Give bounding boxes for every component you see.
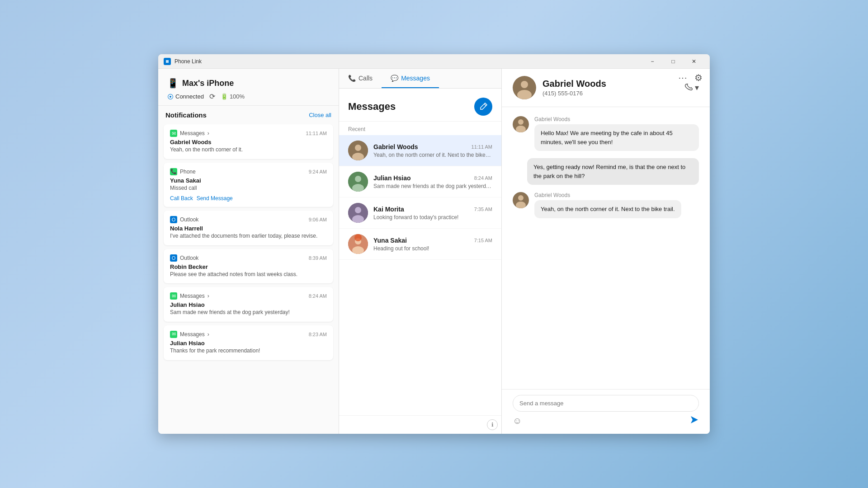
app-title: Phone Link bbox=[175, 58, 202, 65]
app-icon bbox=[164, 58, 171, 65]
notification-text: Missed call bbox=[170, 185, 327, 192]
svg-point-16 bbox=[517, 90, 532, 99]
messages-recent-label: Recent bbox=[339, 122, 501, 135]
message-avatar bbox=[513, 116, 529, 132]
message-sender: Kai Morita bbox=[373, 206, 404, 213]
message-preview: Yeah, on the north corner of it. Next to… bbox=[373, 152, 492, 158]
chat-contact: Gabriel Woods (415) 555-0176 bbox=[513, 76, 606, 99]
message-item-header: Yuna Sakai 7:15 AM bbox=[373, 237, 492, 244]
connection-status: ⦿ Connected bbox=[167, 93, 204, 100]
notification-app-name: Phone bbox=[180, 169, 196, 175]
notification-app-name: Outlook bbox=[180, 255, 198, 261]
svg-point-15 bbox=[521, 81, 528, 88]
message-meta: Gabriel Woods bbox=[534, 116, 699, 122]
message-sender: Julian Hsiao bbox=[373, 174, 410, 182]
more-options-button[interactable]: ⋯ bbox=[675, 70, 691, 85]
chat-panel: ⋯ ⚙ Gabriel Woods (415) 555-0176 bbox=[502, 69, 710, 434]
notification-header: ✉ Messages › 11:11 AM bbox=[170, 130, 327, 137]
notification-sender: Julian Hsiao bbox=[170, 340, 327, 347]
notification-time: 8:23 AM bbox=[309, 332, 327, 337]
notification-app: ✉ Messages › bbox=[170, 292, 209, 300]
notification-app-name: Messages bbox=[180, 293, 205, 299]
sync-icon[interactable]: ⟳ bbox=[209, 92, 215, 101]
connection-status-text: Connected bbox=[175, 93, 204, 100]
notification-card[interactable]: ✉ Messages › 8:24 AM Julian Hsiao Sam ma… bbox=[164, 287, 333, 322]
device-header: 📱 Max's iPhone ⦿ Connected ⟳ 🔋 100% bbox=[158, 69, 339, 106]
notification-time: 8:24 AM bbox=[309, 293, 327, 299]
message-list: Gabriel Woods 11:11 AM Yeah, on the nort… bbox=[339, 135, 501, 415]
svg-point-21 bbox=[518, 195, 524, 201]
notification-text: Please see the attached notes from last … bbox=[170, 271, 327, 278]
notification-text: I've attached the documents from earlier… bbox=[170, 233, 327, 240]
info-icon[interactable]: ℹ bbox=[487, 419, 498, 430]
main-window: Phone Link − □ ✕ 📱 Max's iPhone ⦿ Connec… bbox=[158, 54, 710, 434]
send-message-button[interactable]: Send Message bbox=[197, 195, 233, 202]
window-controls: − □ ✕ bbox=[642, 54, 704, 69]
sidebar: 📱 Max's iPhone ⦿ Connected ⟳ 🔋 100% bbox=[158, 69, 339, 434]
calls-tab[interactable]: 📞 Calls bbox=[339, 69, 382, 88]
chat-input-actions: ☺ bbox=[513, 415, 699, 427]
message-item[interactable]: Julian Hsiao 8:24 AM Sam made new friend… bbox=[339, 166, 501, 197]
notification-header: O Outlook 8:39 AM bbox=[170, 254, 327, 262]
message-item-header: Gabriel Woods 11:11 AM bbox=[373, 143, 492, 150]
message-meta: Gabriel Woods bbox=[534, 192, 681, 198]
close-all-button[interactable]: Close all bbox=[309, 112, 331, 118]
contact-name: Gabriel Woods bbox=[542, 79, 606, 89]
message-content: Gabriel Woods 11:11 AM Yeah, on the nort… bbox=[373, 143, 492, 158]
message-avatar bbox=[513, 192, 529, 208]
notification-header: ✉ Messages › 8:23 AM bbox=[170, 331, 327, 338]
notification-arrow: › bbox=[208, 293, 209, 299]
notifications-section: Notifications Close all ✉ Messages › 11:… bbox=[158, 106, 339, 434]
contact-phone: (415) 555-0176 bbox=[542, 90, 606, 97]
messages-nav-label: Messages bbox=[401, 75, 430, 82]
minimize-button[interactable]: − bbox=[642, 54, 663, 69]
notification-card[interactable]: O Outlook 8:39 AM Robin Becker Please se… bbox=[164, 249, 333, 284]
message-item[interactable]: Kai Morita 7:35 AM Looking forward to to… bbox=[339, 197, 501, 229]
messages-tab[interactable]: 💬 Messages bbox=[382, 69, 439, 88]
notification-card[interactable]: O Outlook 9:06 AM Nola Harrell I've atta… bbox=[164, 211, 333, 245]
message-bubble-group: Gabriel Woods Hello Max! We are meeting … bbox=[534, 116, 699, 151]
notifications-header: Notifications Close all bbox=[164, 111, 333, 119]
title-bar-left: Phone Link bbox=[164, 58, 202, 65]
avatar bbox=[348, 172, 368, 192]
notification-app-name: Outlook bbox=[180, 216, 198, 223]
messages-header: Messages bbox=[339, 89, 501, 122]
notification-text: Thanks for the park recommendation! bbox=[170, 347, 327, 355]
settings-button[interactable]: ⚙ bbox=[691, 70, 706, 85]
notification-arrow: › bbox=[208, 130, 209, 136]
close-button[interactable]: ✕ bbox=[684, 54, 704, 69]
top-right-controls: ⋯ ⚙ bbox=[671, 69, 710, 87]
message-item[interactable]: Gabriel Woods 11:11 AM Yeah, on the nort… bbox=[339, 135, 501, 166]
emoji-button[interactable]: ☺ bbox=[513, 416, 522, 426]
notification-time: 9:06 AM bbox=[309, 217, 327, 222]
notification-card[interactable]: 📞 Phone 9:24 AM Yuna Sakai Missed call C… bbox=[164, 163, 333, 207]
outlook-app-icon: O bbox=[170, 254, 177, 262]
notification-card[interactable]: ✉ Messages › 8:23 AM Julian Hsiao Thanks… bbox=[164, 325, 333, 360]
notification-time: 8:39 AM bbox=[309, 255, 327, 261]
message-bubble-group: Gabriel Woods Yeah, on the north corner … bbox=[534, 192, 681, 218]
notification-app: ✉ Messages › bbox=[170, 130, 209, 137]
messages-panel: 📞 Calls 💬 Messages Messages Recent bbox=[339, 69, 502, 434]
chat-message-sent: Yes, getting ready now! Remind me, is th… bbox=[513, 158, 699, 185]
message-item[interactable]: Yuna Sakai 7:15 AM Heading out for schoo… bbox=[339, 229, 501, 260]
message-input[interactable] bbox=[513, 395, 699, 412]
message-content: Kai Morita 7:35 AM Looking forward to to… bbox=[373, 206, 492, 221]
device-name-text: Max's iPhone bbox=[182, 79, 234, 88]
chat-message-received: Gabriel Woods Yeah, on the north corner … bbox=[513, 192, 699, 218]
send-button[interactable] bbox=[690, 415, 699, 427]
messages-app-icon: ✉ bbox=[170, 292, 177, 300]
battery-icon: 🔋 bbox=[221, 93, 228, 100]
compose-button[interactable] bbox=[474, 98, 492, 116]
call-back-button[interactable]: Call Back bbox=[170, 195, 193, 202]
svg-point-18 bbox=[518, 119, 524, 125]
message-bubble: Hello Max! We are meeting by the cafe in… bbox=[534, 124, 699, 151]
message-preview: Looking forward to today's practice! bbox=[373, 214, 492, 221]
message-preview: Sam made new friends at the dog park yes… bbox=[373, 183, 492, 189]
notification-card[interactable]: ✉ Messages › 11:11 AM Gabriel Woods Yeah… bbox=[164, 124, 333, 159]
message-time: 8:24 AM bbox=[474, 175, 492, 181]
battery-text: 100% bbox=[230, 93, 245, 100]
message-bubble: Yeah, on the north corner of it. Next to… bbox=[534, 200, 681, 218]
maximize-button[interactable]: □ bbox=[663, 54, 684, 69]
messages-panel-title: Messages bbox=[348, 101, 396, 113]
battery-status: 🔋 100% bbox=[221, 93, 245, 100]
